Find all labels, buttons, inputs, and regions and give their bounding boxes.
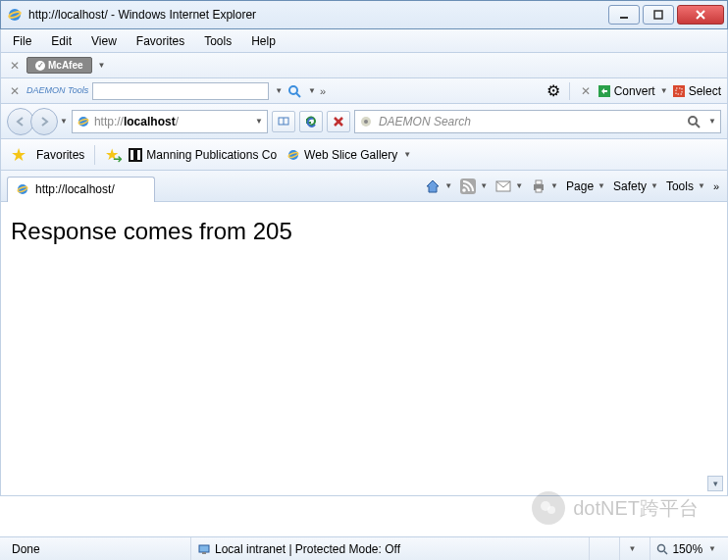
compat-view-button[interactable] [272, 111, 295, 132]
print-button[interactable]: ▼ [531, 178, 558, 194]
menu-tools[interactable]: Tools [204, 34, 232, 48]
chevron-down-icon: ▼ [660, 86, 668, 95]
manning-icon [129, 148, 142, 162]
page-menu[interactable]: Page▼ [566, 179, 605, 193]
search-icon[interactable] [286, 83, 302, 99]
svg-line-39 [664, 551, 667, 554]
tab-row: http://localhost/ ▼ ▼ ▼ ▼ Page▼ Safety▼ … [0, 171, 728, 202]
chevron-down-icon[interactable]: ▼ [98, 61, 106, 70]
svg-rect-33 [536, 188, 542, 192]
svg-rect-37 [202, 552, 206, 554]
pdf-convert-icon [598, 84, 611, 98]
search-box[interactable]: DAEMON Search ▼ [354, 110, 721, 133]
select-button[interactable]: Select [672, 84, 721, 98]
overflow-icon[interactable]: » [320, 85, 326, 97]
minimize-button[interactable] [608, 5, 640, 25]
menu-edit[interactable]: Edit [51, 34, 72, 48]
favorite-label: Web Slice Gallery [304, 148, 397, 162]
status-bar: Done Local intranet | Protected Mode: Of… [0, 536, 728, 560]
daemon-toolbar: ✕ DAEMON Tools ▼ ▼ » ⚙ ✕ Convert ▼ Selec… [0, 78, 728, 104]
svg-line-20 [696, 124, 700, 127]
zoom-control[interactable]: 150% ▼ [650, 537, 722, 560]
chevron-down-icon[interactable]: ▼ [708, 544, 716, 553]
navigation-bar: ▼ http://localhost/ ▼ DAEMON Search ▼ [0, 104, 728, 139]
favorite-link-manning[interactable]: Manning Publications Co [129, 148, 277, 162]
daemon-search-icon [359, 115, 373, 128]
menu-bar: File Edit View Favorites Tools Help [0, 29, 728, 53]
daemon-label: DAEMON Tools [26, 86, 88, 95]
window-titlebar: http://localhost/ - Windows Internet Exp… [0, 0, 728, 29]
maximize-button[interactable] [643, 5, 674, 25]
status-unknown1[interactable] [589, 537, 611, 560]
search-placeholder: DAEMON Search [379, 115, 471, 128]
page-content: Response comes from 205 ▾ [0, 202, 728, 496]
close-icon[interactable]: ✕ [578, 84, 594, 98]
chevron-down-icon: ▼ [403, 150, 411, 159]
chevron-down-icon[interactable]: ▼ [308, 86, 316, 95]
ie-page-icon [286, 148, 300, 162]
separator [569, 82, 570, 100]
feeds-button[interactable]: ▼ [460, 178, 488, 194]
daemon-search-input[interactable] [92, 82, 269, 100]
svg-point-38 [658, 544, 665, 551]
menu-help[interactable]: Help [251, 34, 276, 48]
mcafee-toolbar: ✕ McAfee ▼ [0, 53, 728, 78]
svg-point-18 [364, 120, 368, 124]
home-button[interactable]: ▼ [425, 178, 452, 194]
add-favorite-button[interactable]: ★➜ [105, 145, 119, 164]
tools-menu[interactable]: Tools▼ [666, 179, 705, 193]
favorites-bar: ★ Favorites ★➜ Manning Publications Co W… [0, 139, 728, 171]
pdf-select-icon [672, 84, 686, 98]
gear-icon[interactable]: ⚙ [546, 83, 561, 99]
mail-button[interactable]: ▼ [495, 180, 523, 192]
address-bar[interactable]: http://localhost/ ▼ [72, 110, 268, 133]
forward-button[interactable] [30, 108, 58, 135]
chevron-down-icon[interactable]: ▼ [255, 117, 263, 126]
svg-point-6 [289, 86, 297, 94]
tab-localhost[interactable]: http://localhost/ [7, 177, 155, 202]
favorites-label[interactable]: Favorites [36, 148, 84, 162]
svg-rect-32 [536, 180, 542, 184]
zoom-icon [656, 543, 668, 555]
ie-icon [7, 7, 23, 23]
stop-button[interactable] [327, 111, 350, 132]
menu-view[interactable]: View [91, 34, 117, 48]
overflow-icon[interactable]: » [713, 180, 719, 192]
svg-point-19 [689, 117, 697, 125]
menu-file[interactable]: File [13, 34, 31, 48]
mcafee-label: McAfee [48, 60, 83, 71]
chevron-down-icon[interactable]: ▼ [708, 117, 716, 126]
svg-point-35 [547, 506, 555, 514]
svg-line-7 [296, 93, 300, 97]
close-toolbar-icon[interactable]: ✕ [7, 59, 23, 73]
svg-rect-23 [137, 150, 140, 160]
page-body-text: Response comes from 205 [11, 218, 292, 244]
svg-rect-28 [460, 178, 476, 194]
chevron-down-icon[interactable]: ▼ [275, 86, 283, 95]
svg-point-29 [462, 188, 466, 192]
history-dropdown-icon[interactable]: ▼ [60, 117, 68, 126]
select-label: Select [689, 84, 721, 98]
status-popup[interactable]: ▼ [619, 537, 642, 560]
wechat-icon [532, 491, 565, 525]
address-url: http://localhost/ [94, 115, 179, 128]
star-plus-icon: ★➜ [105, 145, 119, 164]
svg-rect-22 [130, 150, 133, 160]
svg-point-34 [541, 501, 550, 511]
command-bar: ▼ ▼ ▼ ▼ Page▼ Safety▼ Tools▼ » [425, 178, 727, 194]
favorite-link-webslice[interactable]: Web Slice Gallery ▼ [286, 148, 411, 162]
ie-page-icon [77, 115, 90, 128]
menu-favorites[interactable]: Favorites [136, 34, 184, 48]
refresh-button[interactable] [299, 111, 323, 132]
zoom-value: 150% [672, 542, 702, 556]
ie-page-icon [16, 182, 29, 196]
scroll-down-button[interactable]: ▾ [707, 476, 723, 491]
convert-button[interactable]: Convert ▼ [598, 84, 668, 98]
close-button[interactable] [677, 5, 724, 25]
mcafee-button[interactable]: McAfee [26, 57, 92, 74]
close-toolbar-icon[interactable]: ✕ [7, 84, 23, 98]
status-zone[interactable]: Local intranet | Protected Mode: Off [190, 537, 581, 560]
search-icon[interactable] [687, 115, 701, 128]
favorites-star-icon[interactable]: ★ [11, 144, 26, 166]
safety-menu[interactable]: Safety▼ [613, 179, 658, 193]
